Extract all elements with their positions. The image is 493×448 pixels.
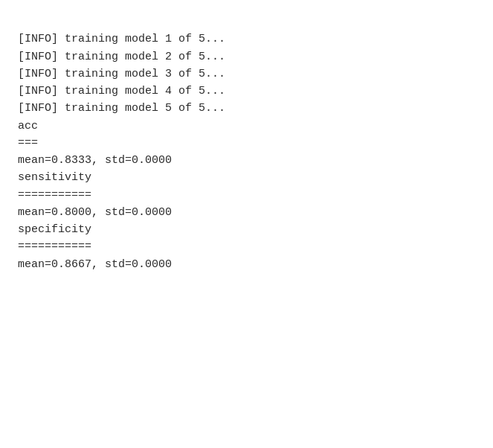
console-line-acc-value: mean=0.8333, std=0.0000 — [18, 152, 475, 169]
console-line-sens-sep: =========== — [18, 187, 475, 204]
console-line-info5: [INFO] training model 5 of 5... — [18, 100, 475, 117]
console-line-info1: [INFO] training model 1 of 5... — [18, 31, 475, 48]
console-output: [INFO] training model 1 of 5...[INFO] tr… — [18, 13, 475, 273]
console-line-sens-value: mean=0.8000, std=0.0000 — [18, 204, 475, 221]
console-line-acc-label: acc — [18, 118, 475, 135]
console-line-spec-value: mean=0.8667, std=0.0000 — [18, 256, 475, 273]
console-line-sens-label: sensitivity — [18, 169, 475, 186]
console-line-acc-sep: === — [18, 135, 475, 152]
console-line-spec-label: specificity — [18, 221, 475, 238]
console-line-info3: [INFO] training model 3 of 5... — [18, 65, 475, 83]
console-line-spec-sep: =========== — [18, 238, 475, 255]
console-line-info4: [INFO] training model 4 of 5... — [18, 83, 475, 100]
console-line-info2: [INFO] training model 2 of 5... — [18, 48, 475, 65]
